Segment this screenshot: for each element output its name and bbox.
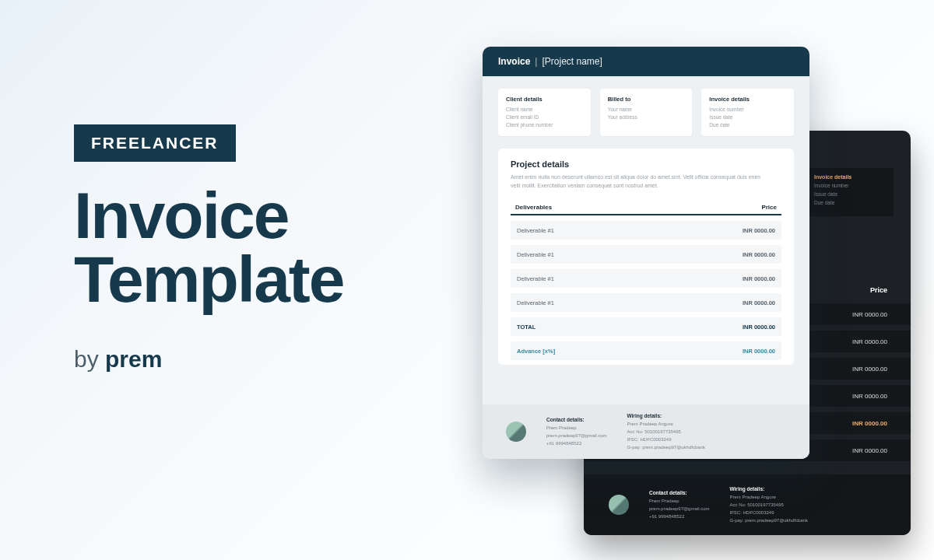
title-line-2: Template bbox=[74, 247, 463, 311]
box-heading: Client details bbox=[506, 96, 583, 103]
footer-line: G-pay: prem.pradeep97@okhdfcbank bbox=[729, 518, 807, 524]
hero-block: FREELANCER Invoice Template by prem bbox=[74, 124, 463, 373]
light-info-boxes: Client details Client name Client email … bbox=[483, 76, 809, 136]
byline: by prem bbox=[74, 346, 463, 373]
dark-row-price: INR 0000.00 bbox=[852, 366, 887, 373]
footer-heading: Wiring details: bbox=[729, 486, 807, 492]
dark-row-price: INR 0000.00 bbox=[852, 311, 887, 318]
dark-infobox-line: Due date bbox=[814, 200, 887, 205]
footer-line: prem.pradeep97@gmail.com bbox=[649, 506, 709, 513]
row-label: TOTAL bbox=[517, 324, 535, 331]
by-label: by bbox=[74, 346, 99, 372]
box-line: Due date bbox=[709, 122, 786, 128]
footer-line: Prem Pradeep Angore bbox=[627, 422, 704, 428]
advance-row: Advance [x%] INR 0000.00 bbox=[511, 341, 781, 360]
row-label: Advance [x%] bbox=[517, 348, 555, 355]
dark-price-header: Price bbox=[870, 286, 887, 294]
row-label: Deliverable #1 bbox=[517, 227, 554, 234]
col-deliverables: Deliverables bbox=[515, 204, 552, 211]
total-row: TOTAL INR 0000.00 bbox=[511, 317, 781, 336]
dark-infobox-line: Invoice number bbox=[814, 183, 887, 188]
row-price: INR 0000.00 bbox=[743, 299, 775, 306]
row-price: INR 0000.00 bbox=[743, 324, 775, 331]
logo-icon bbox=[506, 422, 526, 442]
header-project-name: [Project name] bbox=[542, 56, 602, 67]
row-price: INR 0000.00 bbox=[743, 348, 775, 355]
footer-line: Acc No: 50100197735495 bbox=[729, 502, 807, 509]
footer-line: IFSC: HDFC0003249 bbox=[729, 510, 807, 516]
dark-wiring-col: Wiring details: Prem Pradeep Angore Acc … bbox=[729, 486, 807, 524]
deliverable-row: Deliverable #1 INR 0000.00 bbox=[511, 269, 781, 288]
box-line: Your name bbox=[608, 107, 685, 112]
box-line: Client phone number bbox=[506, 122, 583, 128]
dark-contact-col: Contact details: Prem Pradeep prem.prade… bbox=[649, 490, 709, 520]
box-line: Your address bbox=[608, 114, 685, 120]
light-header-bar: Invoice | [Project name] bbox=[483, 47, 809, 76]
box-line: Client email ID bbox=[506, 114, 583, 120]
footer-heading: Wiring details: bbox=[627, 413, 704, 419]
project-details-desc: Amet enim nulla non deserunt ullamco est… bbox=[511, 173, 771, 190]
invoice-details-box: Invoice details Invoice number Issue dat… bbox=[701, 89, 794, 136]
header-invoice-label: Invoice bbox=[498, 56, 530, 67]
box-line: Issue date bbox=[709, 114, 786, 120]
footer-heading: Contact details: bbox=[546, 417, 606, 423]
row-price: INR 0000.00 bbox=[743, 275, 775, 282]
footer-line: IFSC: HDFC0003249 bbox=[627, 437, 704, 443]
footer-line: +91 9994848522 bbox=[649, 514, 709, 520]
dark-infobox-heading: Invoice details bbox=[814, 174, 887, 180]
header-separator: | bbox=[535, 56, 537, 67]
row-label: Deliverable #1 bbox=[517, 275, 554, 282]
main-title: Invoice Template bbox=[74, 184, 463, 312]
deliverable-row: Deliverable #1 INR 0000.00 bbox=[511, 221, 781, 240]
dark-row-price: INR 0000.00 bbox=[852, 447, 887, 454]
row-label: Deliverable #1 bbox=[517, 251, 554, 258]
deliverable-row: Deliverable #1 INR 0000.00 bbox=[511, 245, 781, 264]
box-heading: Billed to bbox=[608, 96, 685, 103]
client-details-box: Client details Client name Client email … bbox=[498, 89, 591, 136]
light-wiring-col: Wiring details: Prem Pradeep Angore Acc … bbox=[627, 413, 704, 451]
footer-line: prem.pradeep97@gmail.com bbox=[546, 433, 606, 439]
footer-line: Prem Pradeep bbox=[546, 425, 606, 432]
footer-line: G-pay: prem.pradeep97@okhdfcbank bbox=[627, 445, 704, 451]
billed-to-box: Billed to Your name Your address bbox=[600, 89, 693, 136]
deliverables-table-header: Deliverables Price bbox=[511, 201, 781, 215]
footer-line: Prem Pradeep bbox=[649, 499, 709, 505]
author-name: prem bbox=[105, 346, 162, 372]
col-price: Price bbox=[761, 204, 777, 211]
footer-heading: Contact details: bbox=[649, 490, 709, 496]
box-heading: Invoice details bbox=[709, 96, 786, 103]
dark-infobox-line: Issue date bbox=[814, 191, 887, 197]
project-details-heading: Project details bbox=[511, 159, 781, 169]
template-preview-cluster: Invoice details Invoice number Issue dat… bbox=[483, 47, 918, 544]
logo-icon bbox=[609, 495, 629, 515]
dark-invoice-details-box: Invoice details Invoice number Issue dat… bbox=[808, 168, 894, 216]
box-line: Invoice number bbox=[709, 107, 786, 112]
light-contact-col: Contact details: Prem Pradeep prem.prade… bbox=[546, 417, 606, 447]
row-price: INR 0000.00 bbox=[743, 251, 775, 258]
invoice-preview-light: Invoice | [Project name] Client details … bbox=[483, 47, 809, 459]
light-project-body: Project details Amet enim nulla non dese… bbox=[498, 149, 794, 365]
footer-line: +91 9994848522 bbox=[546, 441, 606, 447]
light-footer: Contact details: Prem Pradeep prem.prade… bbox=[483, 404, 809, 459]
dark-footer: Contact details: Prem Pradeep prem.prade… bbox=[584, 474, 911, 535]
deliverable-row: Deliverable #1 INR 0000.00 bbox=[511, 293, 781, 312]
footer-line: Prem Pradeep Angore bbox=[729, 495, 807, 501]
title-line-1: Invoice bbox=[74, 184, 463, 247]
row-price: INR 0000.00 bbox=[743, 227, 775, 234]
dark-row-price: INR 0000.00 bbox=[852, 420, 887, 427]
dark-row-price: INR 0000.00 bbox=[852, 338, 887, 345]
row-label: Deliverable #1 bbox=[517, 299, 554, 306]
footer-line: Acc No: 50100197735495 bbox=[627, 429, 704, 436]
dark-row-price: INR 0000.00 bbox=[852, 393, 887, 400]
freelancer-badge: FREELANCER bbox=[74, 124, 236, 162]
box-line: Client name bbox=[506, 107, 583, 112]
